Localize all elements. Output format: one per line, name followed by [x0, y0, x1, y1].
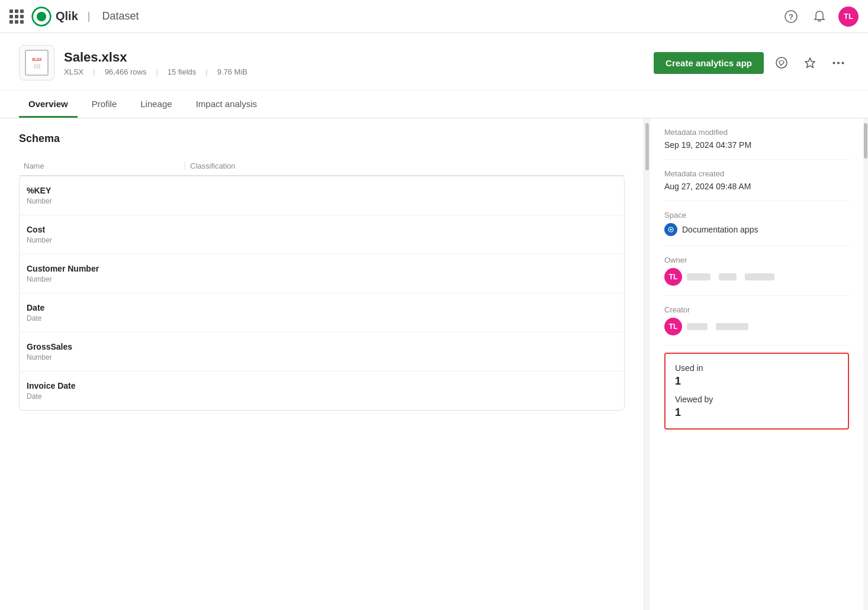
right-panel: Metadata modified Sep 19, 2024 04:37 PM … [650, 118, 863, 610]
metadata-modified-label: Metadata modified [664, 128, 849, 137]
creator-section: Creator TL [664, 296, 849, 346]
metadata-created-value: Aug 27, 2024 09:48 AM [664, 182, 849, 191]
used-in-label: Used in [675, 363, 838, 373]
dataset-actions: Create analytics app [654, 52, 849, 74]
field-type: Date [27, 314, 192, 322]
field-type: Number [27, 353, 192, 362]
favorite-button[interactable] [799, 52, 821, 73]
tabs-bar: Overview Profile Lineage Impact analysis [0, 91, 868, 118]
dataset-header: XLSX Sales.xlsx XLSX | 96,466 rows | 15 … [0, 33, 868, 91]
creator-name-placeholder2 [716, 323, 748, 330]
used-in-value: 1 [675, 375, 838, 388]
svg-point-4 [776, 57, 787, 68]
main-layout: Schema Name Classification %KEY Number C… [0, 118, 868, 610]
tab-impact-analysis[interactable]: Impact analysis [187, 91, 266, 118]
right-panel-scrollbar[interactable] [863, 118, 868, 610]
nav-right: ? TL [782, 7, 859, 27]
svg-point-7 [842, 62, 844, 64]
metadata-created-section: Metadata created Aug 27, 2024 09:48 AM [664, 160, 849, 201]
dataset-size: 9.76 MiB [217, 67, 247, 76]
field-name: Date [27, 303, 192, 312]
tab-overview[interactable]: Overview [19, 91, 78, 118]
field-name: Invoice Date [27, 381, 192, 390]
qlik-logo[interactable]: Qlik [31, 6, 78, 27]
field-type: Number [27, 275, 192, 283]
schema-row: Date Date [20, 293, 624, 333]
dataset-meta: XLSX | 96,466 rows | 15 fields | 9.76 Mi… [64, 67, 654, 76]
left-scrollbar[interactable] [644, 118, 650, 610]
schema-fields-list: %KEY Number Cost Number Customer Number … [19, 176, 625, 411]
space-item[interactable]: Documentation apps [664, 223, 849, 236]
apps-grid-icon[interactable] [9, 9, 24, 24]
more-options-button[interactable] [828, 52, 849, 73]
space-icon [664, 223, 677, 236]
field-type: Number [27, 236, 192, 244]
owner-name-placeholder [687, 273, 711, 280]
metadata-created-label: Metadata created [664, 169, 849, 178]
svg-point-9 [670, 229, 672, 231]
viewed-by-label: Viewed by [675, 395, 838, 404]
owner-avatar: TL [664, 268, 682, 286]
field-name: %KEY [27, 186, 192, 195]
svg-point-6 [837, 62, 840, 64]
field-name: Customer Number [27, 264, 192, 273]
help-button[interactable]: ? [782, 7, 801, 26]
viewed-by-value: 1 [675, 406, 838, 419]
dataset-name: Sales.xlsx [64, 50, 654, 65]
owner-name-placeholder3 [745, 273, 774, 280]
left-panel: Schema Name Classification %KEY Number C… [0, 118, 644, 610]
field-type: Date [27, 392, 192, 401]
top-nav: Qlik | Dataset ? TL [0, 0, 868, 33]
dataset-fields: 15 fields [168, 67, 196, 76]
dataset-title-area: Sales.xlsx XLSX | 96,466 rows | 15 field… [64, 50, 654, 76]
schema-header: Name Classification [19, 157, 625, 176]
owner-label: Owner [664, 256, 849, 264]
schema-title: Schema [19, 133, 625, 145]
logo-text: Qlik [56, 9, 78, 23]
space-section: Space Documentation apps [664, 201, 849, 246]
creator-avatar: TL [664, 318, 682, 335]
owner-name-placeholder2 [719, 273, 737, 280]
space-name: Documentation apps [682, 225, 758, 234]
tab-profile[interactable]: Profile [82, 91, 127, 118]
dataset-file-icon: XLSX [19, 45, 54, 80]
schema-row: GrossSales Number [20, 333, 624, 372]
nav-left: Qlik | Dataset [9, 6, 782, 27]
svg-point-5 [833, 62, 835, 64]
metadata-modified-section: Metadata modified Sep 19, 2024 04:37 PM [664, 118, 849, 160]
user-avatar[interactable]: TL [838, 7, 859, 27]
creator-name-placeholder [687, 323, 708, 330]
schema-row: Invoice Date Date [20, 372, 624, 410]
metadata-modified-value: Sep 19, 2024 04:37 PM [664, 140, 849, 150]
app-title: Dataset [102, 10, 139, 22]
tab-lineage[interactable]: Lineage [131, 91, 181, 118]
schema-col-classification: Classification [185, 162, 625, 170]
schema-row: Cost Number [20, 215, 624, 254]
svg-point-1 [37, 11, 46, 21]
schema-row: %KEY Number [20, 176, 624, 215]
field-name: GrossSales [27, 342, 192, 351]
create-analytics-app-button[interactable]: Create analytics app [654, 52, 764, 74]
creator-label: Creator [664, 305, 849, 314]
owner-section: Owner TL [664, 246, 849, 296]
chat-icon-button[interactable] [771, 52, 792, 73]
schema-row: Customer Number Number [20, 254, 624, 293]
dataset-rows: 96,466 rows [105, 67, 147, 76]
notifications-button[interactable] [810, 7, 829, 26]
field-type: Number [27, 197, 192, 205]
owner-row: TL [664, 268, 849, 286]
creator-row: TL [664, 318, 849, 335]
space-label: Space [664, 211, 849, 220]
svg-text:?: ? [789, 12, 793, 21]
right-scroll-thumb [864, 123, 867, 159]
usage-stats-box: Used in 1 Viewed by 1 [664, 353, 849, 430]
dataset-format: XLSX [64, 67, 83, 76]
field-name: Cost [27, 225, 192, 234]
schema-col-name: Name [19, 162, 185, 170]
